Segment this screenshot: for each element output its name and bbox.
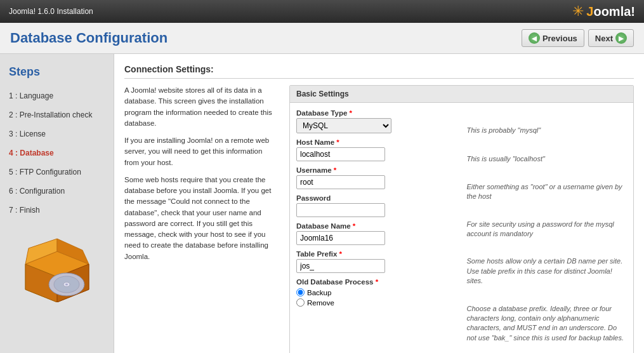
main-content: Connection Settings: A Joomla! website s… [114, 54, 644, 353]
hostname-input[interactable] [296, 147, 385, 161]
titlebar-title: Joomla! 1.6.0 Installation [9, 7, 93, 16]
required-star: * [350, 109, 352, 117]
database-type-label: Database Type * [296, 109, 457, 117]
previous-button[interactable]: ◀ Previous [522, 29, 584, 47]
form-hints: This is probably "mysql" This is usually… [467, 109, 628, 353]
hint-hostname: This is usually "localhost" [467, 154, 628, 164]
backup-label: Backup [307, 289, 331, 296]
sidebar-item-language[interactable]: 1 : Language [0, 86, 114, 105]
content-area: Steps 1 : Language 2 : Pre-Installation … [0, 54, 644, 353]
remove-label: Remove [307, 299, 334, 307]
joomla-logo: ✳ Joomla! [572, 3, 635, 20]
titlebar: Joomla! 1.6.0 Installation ✳ Joomla! [0, 0, 644, 23]
sidebar-item-license[interactable]: 3 : License [0, 124, 114, 143]
next-label: Next [595, 34, 613, 43]
password-group: Password [296, 194, 457, 217]
sidebar-item-preinstall[interactable]: 2 : Pre-Installation check [0, 105, 114, 124]
sidebar-item-configuration[interactable]: 6 : Configuration [0, 182, 114, 201]
sidebar-heading: Steps [0, 60, 114, 86]
basic-settings-header: Basic Settings [290, 86, 633, 103]
dbname-group: Database Name * [296, 222, 457, 245]
joomla-star-icon: ✳ [572, 3, 584, 20]
hostname-group: Host Name * [296, 138, 457, 161]
hint-database-type: This is probably "mysql" [467, 126, 628, 135]
sidebar-item-ftp[interactable]: 5 : FTP Configuration [0, 163, 114, 182]
radio-backup: Backup [296, 288, 457, 296]
sidebar-item-database[interactable]: 4 : Database [0, 143, 114, 163]
joomla-logo-text: Joomla! [586, 4, 635, 19]
content-inner: A Joomla! website stores all of its data… [124, 85, 634, 353]
dbname-label: Database Name * [296, 222, 457, 230]
remove-radio[interactable] [296, 298, 305, 307]
desc-3: Some web hosts require that you create t… [124, 175, 277, 262]
box-svg [19, 232, 95, 302]
tableprefix-group: Table Prefix * [296, 250, 457, 273]
previous-icon: ◀ [529, 32, 540, 44]
required-star2: * [336, 138, 339, 146]
header-bar: Database Configuration ◀ Previous Next ▶ [0, 23, 644, 54]
desc-1: A Joomla! website stores all of its data… [124, 85, 277, 129]
password-input[interactable] [296, 203, 385, 217]
next-icon: ▶ [615, 32, 627, 44]
hint-password: For site security using a password for t… [467, 220, 628, 239]
svg-point-8 [65, 284, 68, 286]
connection-settings-title: Connection Settings: [124, 64, 634, 79]
backup-radio[interactable] [296, 288, 305, 296]
required-star5: * [339, 250, 342, 258]
previous-label: Previous [542, 34, 577, 43]
basic-settings-inner: Database Type * MySQL MySQLi PostgreSQL [290, 103, 633, 353]
hint-username: Either something as "root" or a username… [467, 182, 628, 202]
required-star4: * [353, 222, 355, 230]
username-input[interactable] [296, 175, 385, 189]
dbname-input[interactable] [296, 231, 385, 245]
tableprefix-input[interactable] [296, 259, 385, 273]
required-star3: * [334, 166, 336, 174]
old-db-label: Old Database Process * [296, 278, 457, 286]
form-fields: Database Type * MySQL MySQLi PostgreSQL [296, 109, 457, 353]
hint-dbname: Some hosts allow only a certain DB name … [467, 256, 628, 286]
page-title: Database Configuration [10, 30, 168, 46]
database-type-select[interactable]: MySQL MySQLi PostgreSQL [296, 118, 391, 133]
sidebar-item-finish[interactable]: 7 : Finish [0, 201, 114, 220]
desc-2: If you are installing Joomla! on a remot… [124, 135, 277, 168]
database-type-group: Database Type * MySQL MySQLi PostgreSQL [296, 109, 457, 133]
nav-buttons: ◀ Previous Next ▶ [522, 29, 634, 47]
left-description: A Joomla! website stores all of its data… [124, 85, 277, 353]
right-form: Basic Settings Database Type * [289, 85, 634, 353]
sidebar: Steps 1 : Language 2 : Pre-Installation … [0, 54, 114, 353]
next-button[interactable]: Next ▶ [588, 29, 634, 47]
required-star6: * [376, 278, 378, 286]
radio-remove: Remove [296, 298, 457, 307]
hostname-label: Host Name * [296, 138, 457, 146]
tableprefix-label: Table Prefix * [296, 250, 457, 258]
hint-tableprefix: Choose a database prefix. Ideally, three… [467, 304, 628, 343]
basic-settings-box: Basic Settings Database Type * [289, 85, 634, 353]
username-group: Username * [296, 166, 457, 189]
old-db-section: Old Database Process * Backup Remove [296, 278, 457, 307]
username-label: Username * [296, 166, 457, 174]
password-label: Password [296, 194, 457, 202]
sidebar-illustration [0, 226, 114, 309]
